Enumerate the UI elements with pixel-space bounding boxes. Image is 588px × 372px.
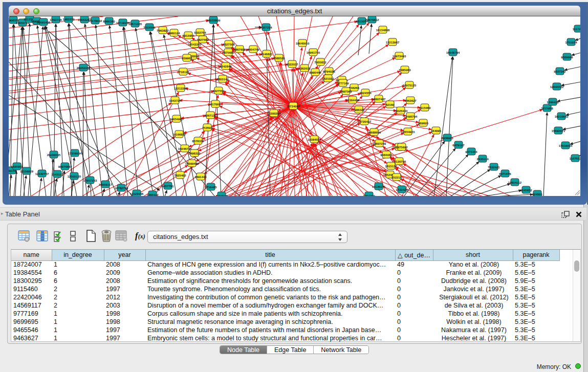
svg-text:16154808: 16154808 [376, 29, 390, 32]
svg-text:1733426: 1733426 [396, 188, 408, 191]
svg-text:14099489: 14099489 [185, 162, 199, 165]
svg-text:17359934: 17359934 [68, 152, 82, 155]
svg-text:1054209: 1054209 [363, 194, 375, 196]
svg-text:10688609: 10688609 [367, 131, 381, 134]
svg-text:3267130: 3267130 [204, 114, 216, 117]
svg-text:1621022: 1621022 [322, 77, 334, 80]
svg-text:9474444: 9474444 [465, 150, 477, 154]
svg-text:6427552: 6427552 [212, 90, 225, 93]
svg-text:15692971: 15692971 [552, 129, 565, 133]
svg-text:9242848: 9242848 [220, 65, 232, 68]
svg-text:12505135: 12505135 [68, 175, 81, 178]
svg-text:8990448: 8990448 [309, 71, 321, 74]
svg-text:18640910: 18640910 [296, 42, 310, 45]
svg-text:746266: 746266 [349, 86, 360, 90]
svg-text:12093322: 12093322 [550, 85, 564, 89]
svg-text:17957253: 17957253 [83, 179, 97, 182]
svg-text:1184520: 1184520 [215, 194, 228, 196]
svg-text:9327508: 9327508 [223, 43, 235, 46]
svg-text:10973493: 10973493 [393, 55, 406, 58]
svg-text:12975125: 12975125 [403, 84, 417, 87]
svg-text:15278602: 15278602 [89, 19, 102, 23]
svg-text:7625402: 7625402 [174, 174, 186, 177]
svg-text:6322037: 6322037 [286, 63, 298, 66]
svg-text:11156829: 11156829 [20, 170, 34, 173]
svg-text:9227342: 9227342 [554, 70, 566, 73]
svg-text:20691406: 20691406 [37, 21, 51, 24]
svg-text:17016504: 17016504 [559, 144, 573, 147]
svg-text:10654112: 10654112 [508, 181, 522, 184]
svg-text:8912954: 8912954 [182, 34, 194, 37]
svg-text:8938923: 8938923 [441, 137, 453, 140]
svg-text:2718126: 2718126 [177, 71, 189, 74]
svg-text:7955812: 7955812 [314, 61, 326, 64]
svg-text:18807249: 18807249 [373, 142, 386, 145]
svg-text:8966160: 8966160 [103, 20, 115, 23]
svg-text:1983279: 1983279 [62, 18, 75, 21]
svg-text:7632621: 7632621 [488, 166, 500, 169]
svg-text:2803144: 2803144 [216, 78, 229, 81]
svg-text:9084067: 9084067 [380, 154, 393, 157]
svg-text:15300203: 15300203 [267, 112, 281, 115]
svg-text:9457791: 9457791 [162, 185, 174, 188]
svg-text:62160: 62160 [386, 103, 395, 106]
svg-text:9245652: 9245652 [520, 189, 532, 192]
svg-text:1117216: 1117216 [573, 28, 580, 31]
svg-text:15720407: 15720407 [358, 120, 372, 123]
svg-text:1145197: 1145197 [51, 173, 63, 176]
svg-text:8454749: 8454749 [247, 48, 259, 51]
svg-text:26053346: 26053346 [77, 67, 91, 70]
svg-text:6497568: 6497568 [340, 90, 352, 93]
svg-text:12342757: 12342757 [35, 172, 49, 176]
svg-text:18724007: 18724007 [287, 105, 300, 108]
svg-text:8471676: 8471676 [499, 172, 511, 176]
svg-text:1435051: 1435051 [11, 165, 23, 168]
svg-text:10958117: 10958117 [99, 183, 113, 186]
svg-text:7357224: 7357224 [260, 26, 272, 29]
svg-text:16648784: 16648784 [446, 51, 460, 54]
svg-text:6794028: 6794028 [323, 70, 335, 73]
svg-text:1975692: 1975692 [396, 146, 408, 149]
svg-text:20206535: 20206535 [47, 154, 61, 157]
svg-text:1043725: 1043725 [169, 99, 181, 102]
svg-text:90975887: 90975887 [58, 165, 72, 168]
svg-text:16961755: 16961755 [307, 51, 320, 54]
svg-text:3624554: 3624554 [359, 92, 372, 95]
svg-text:817006: 817006 [210, 103, 221, 106]
svg-text:16671355: 16671355 [128, 23, 142, 26]
svg-text:16033809: 16033809 [207, 19, 221, 22]
svg-text:1362615: 1362615 [298, 67, 311, 70]
svg-text:1793718: 1793718 [50, 18, 62, 21]
svg-text:9115460: 9115460 [419, 106, 431, 110]
svg-text:2935114: 2935114 [476, 158, 489, 161]
svg-text:3498222: 3498222 [188, 152, 201, 155]
svg-text:9329996: 9329996 [561, 56, 573, 59]
svg-text:5875685: 5875685 [222, 51, 234, 54]
svg-text:9146821: 9146821 [260, 53, 273, 56]
svg-text:989605: 989605 [418, 122, 429, 125]
svg-text:12213967: 12213967 [386, 41, 400, 44]
svg-text:20876812: 20876812 [365, 18, 379, 21]
svg-text:164095: 164095 [431, 129, 442, 133]
svg-text:6479197: 6479197 [452, 144, 465, 147]
svg-text:16543382: 16543382 [188, 43, 202, 46]
svg-text:12323446: 12323446 [130, 192, 144, 195]
svg-text:10025433: 10025433 [394, 110, 408, 113]
svg-text:1751074: 1751074 [565, 41, 577, 44]
svg-text:7986322: 7986322 [353, 108, 365, 112]
svg-text:3215958: 3215958 [541, 107, 553, 110]
svg-text:9463627: 9463627 [404, 99, 417, 102]
svg-text:14136141: 14136141 [372, 185, 386, 188]
svg-text:19166827: 19166827 [172, 133, 186, 136]
svg-text:16782759: 16782759 [115, 187, 128, 190]
svg-text:12495794: 12495794 [404, 115, 418, 118]
svg-text:10807487: 10807487 [372, 98, 386, 101]
svg-text:8578335: 8578335 [192, 140, 204, 143]
svg-text:7485063: 7485063 [399, 69, 411, 72]
svg-text:7515546: 7515546 [143, 26, 156, 29]
svg-text:1244419: 1244419 [547, 101, 559, 104]
svg-text:924501: 924501 [532, 193, 543, 196]
svg-text:7663822: 7663822 [157, 29, 169, 32]
svg-text:3960124: 3960124 [168, 32, 180, 35]
svg-text:19654985: 19654985 [170, 118, 184, 121]
